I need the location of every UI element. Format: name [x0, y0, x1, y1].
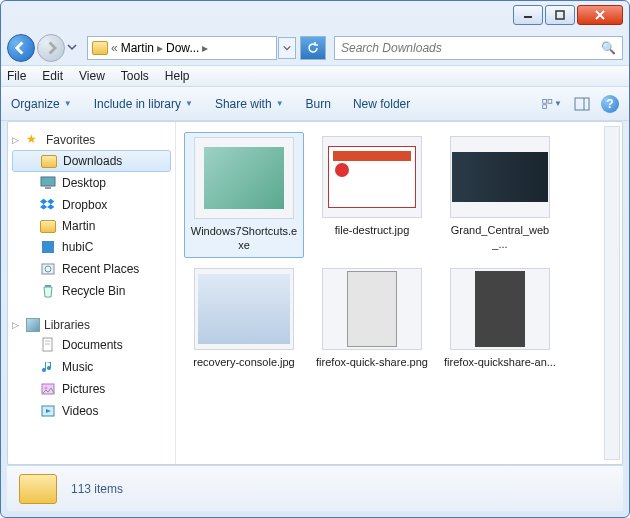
- menu-view[interactable]: View: [79, 69, 105, 83]
- star-icon: ★: [26, 132, 42, 148]
- svg-point-19: [45, 387, 48, 390]
- file-label: file-destruct.jpg: [335, 224, 410, 238]
- toolbar: Organize▼ Include in library▼ Share with…: [1, 87, 629, 121]
- nav-label: hubiC: [62, 240, 93, 254]
- documents-icon: [40, 337, 56, 353]
- folder-icon: [40, 220, 56, 233]
- videos-icon: [40, 403, 56, 419]
- menubar: File Edit View Tools Help: [1, 65, 629, 87]
- include-library-button[interactable]: Include in library▼: [94, 97, 193, 111]
- nav-label: Videos: [62, 404, 98, 418]
- address-dropdown[interactable]: [278, 37, 296, 59]
- nav-videos[interactable]: Videos: [8, 400, 175, 422]
- nav-label: Documents: [62, 338, 123, 352]
- file-label: firefox-quick-share.png: [316, 356, 428, 370]
- minimize-button[interactable]: [513, 5, 543, 25]
- nav-music[interactable]: Music: [8, 356, 175, 378]
- nav-hubic[interactable]: hubiC: [8, 236, 175, 258]
- file-item[interactable]: firefox-quick-share.png: [312, 264, 432, 374]
- svg-rect-6: [543, 104, 547, 108]
- libraries-heading[interactable]: ▷ Libraries: [8, 316, 175, 334]
- nav-martin[interactable]: Martin: [8, 216, 175, 236]
- share-button[interactable]: Share with▼: [215, 97, 284, 111]
- nav-pane: ▷ ★ Favorites Downloads Desktop Dropbox …: [8, 122, 176, 464]
- nav-label: Recycle Bin: [62, 284, 125, 298]
- file-item[interactable]: recovery-console.jpg: [184, 264, 304, 374]
- nav-recent[interactable]: Recent Places: [8, 258, 175, 280]
- search-input[interactable]: Search Downloads 🔍: [334, 36, 623, 60]
- search-placeholder: Search Downloads: [341, 41, 442, 55]
- libraries-icon: [26, 318, 40, 332]
- back-button[interactable]: [7, 34, 35, 62]
- scrollbar[interactable]: [604, 126, 620, 460]
- menu-tools[interactable]: Tools: [121, 69, 149, 83]
- nav-recyclebin[interactable]: Recycle Bin: [8, 280, 175, 302]
- nav-dropbox[interactable]: Dropbox: [8, 194, 175, 216]
- file-thumbnail: [450, 268, 550, 350]
- nav-label: Recent Places: [62, 262, 139, 276]
- forward-button[interactable]: [37, 34, 65, 62]
- nav-label: Music: [62, 360, 93, 374]
- newfolder-button[interactable]: New folder: [353, 97, 410, 111]
- chevron-icon: ▷: [12, 320, 22, 330]
- nav-desktop[interactable]: Desktop: [8, 172, 175, 194]
- pictures-icon: [40, 381, 56, 397]
- file-item[interactable]: file-destruct.jpg: [312, 132, 432, 258]
- file-pane[interactable]: Windows7Shortcuts.exe file-destruct.jpg …: [176, 122, 622, 464]
- svg-rect-10: [45, 187, 51, 189]
- nav-label: Pictures: [62, 382, 105, 396]
- help-button[interactable]: ?: [601, 95, 619, 113]
- file-thumbnail: [194, 137, 294, 219]
- history-dropdown[interactable]: [67, 38, 81, 58]
- nav-documents[interactable]: Documents: [8, 334, 175, 356]
- nav-label: Favorites: [46, 133, 95, 147]
- file-thumbnail: [322, 268, 422, 350]
- menu-edit[interactable]: Edit: [42, 69, 63, 83]
- music-icon: [40, 359, 56, 375]
- close-button[interactable]: [577, 5, 623, 25]
- file-item[interactable]: firefox-quickshare-an...: [440, 264, 560, 374]
- file-label: recovery-console.jpg: [193, 356, 295, 370]
- breadcrumb-part[interactable]: Dow...: [166, 41, 199, 55]
- nav-row: « Martin ▸ Dow... ▸ Search Downloads 🔍: [1, 31, 629, 65]
- svg-rect-14: [45, 285, 51, 287]
- dropbox-icon: [40, 197, 56, 213]
- search-icon: 🔍: [601, 41, 616, 55]
- svg-rect-11: [42, 241, 54, 253]
- nav-label: Martin: [62, 219, 95, 233]
- explorer-window: « Martin ▸ Dow... ▸ Search Downloads 🔍 F…: [0, 0, 630, 518]
- file-grid: Windows7Shortcuts.exe file-destruct.jpg …: [184, 132, 614, 373]
- file-label: Grand_Central_web_...: [444, 224, 556, 252]
- breadcrumb-sep: ▸: [157, 41, 163, 55]
- menu-file[interactable]: File: [7, 69, 26, 83]
- svg-rect-9: [41, 177, 55, 186]
- file-item[interactable]: Grand_Central_web_...: [440, 132, 560, 258]
- file-thumbnail: [450, 136, 550, 218]
- nav-label: Desktop: [62, 176, 106, 190]
- view-options-button[interactable]: ▼: [541, 94, 563, 114]
- svg-rect-1: [556, 11, 564, 19]
- recycle-icon: [40, 283, 56, 299]
- nav-pictures[interactable]: Pictures: [8, 378, 175, 400]
- organize-button[interactable]: Organize▼: [11, 97, 72, 111]
- folder-icon: [41, 155, 57, 168]
- file-item[interactable]: Windows7Shortcuts.exe: [184, 132, 304, 258]
- breadcrumb-part[interactable]: Martin: [121, 41, 154, 55]
- address-bar[interactable]: « Martin ▸ Dow... ▸: [87, 36, 277, 60]
- burn-button[interactable]: Burn: [306, 97, 331, 111]
- folder-icon: [92, 41, 108, 55]
- breadcrumb-sep: ▸: [202, 41, 208, 55]
- nav-downloads[interactable]: Downloads: [12, 150, 171, 172]
- folder-icon: [19, 474, 57, 504]
- svg-rect-4: [543, 99, 547, 103]
- favorites-heading[interactable]: ▷ ★ Favorites: [8, 130, 175, 150]
- titlebar: [1, 1, 629, 31]
- breadcrumb-root: «: [111, 41, 118, 55]
- nav-label: Dropbox: [62, 198, 107, 212]
- refresh-button[interactable]: [300, 36, 326, 60]
- svg-rect-5: [548, 99, 552, 103]
- preview-pane-button[interactable]: [571, 94, 593, 114]
- maximize-button[interactable]: [545, 5, 575, 25]
- menu-help[interactable]: Help: [165, 69, 190, 83]
- file-label: firefox-quickshare-an...: [444, 356, 556, 370]
